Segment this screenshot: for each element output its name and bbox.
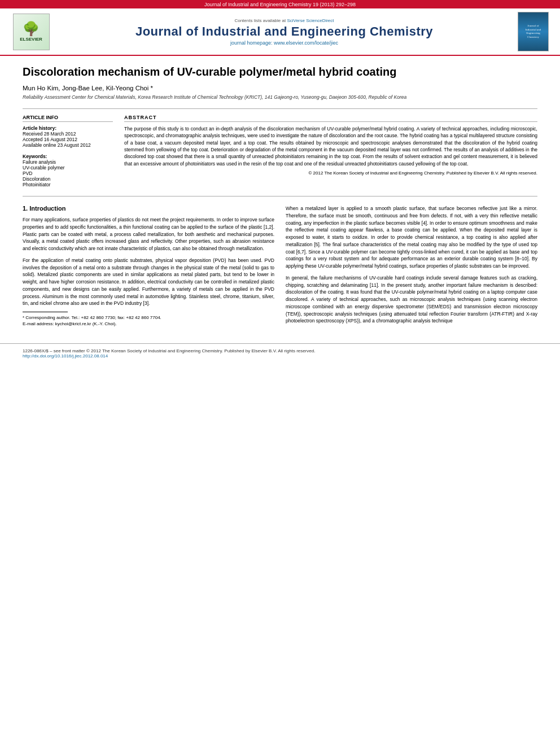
body-text-columns: 1. Introduction For many applications, s… xyxy=(23,205,537,329)
footer-doi[interactable]: http://dx.doi.org/10.1016/j.jiec.2012.08… xyxy=(23,353,537,359)
body-para-1: For many applications, surface propertie… xyxy=(23,216,274,252)
footnote-line-2: E-mail address: kychoi@krict.re.kr (K.-Y… xyxy=(23,321,274,327)
journal-cover-image: Journal ofIndustrial andEngineeringChemi… xyxy=(518,12,549,51)
journal-citation-bar: Journal of Industrial and Engineering Ch… xyxy=(0,0,560,8)
abstract-section: ABSTRACT The purpose of this study is to… xyxy=(124,115,537,187)
keyword-1: Failure analysis xyxy=(23,159,113,165)
history-label: Article history: xyxy=(23,125,113,131)
page-footer: 1226-086X/$ – see front matter © 2012 Th… xyxy=(0,343,560,361)
right-column: When a metalized layer is applied to a s… xyxy=(286,205,537,329)
elsevier-logo: 🌳 ELSEVIER xyxy=(11,14,51,50)
keyword-3: PVD xyxy=(23,171,113,176)
affiliation-text: Reliability Assessment Center for Chemic… xyxy=(23,94,537,100)
keywords-label: Keywords: xyxy=(23,154,113,159)
received-value: Received 28 March 2012 xyxy=(23,131,113,137)
footnote-divider xyxy=(23,312,68,312)
journal-url-line: journal homepage: www.elsevier.com/locat… xyxy=(51,40,518,46)
available-value: Available online 23 August 2012 xyxy=(23,142,113,148)
journal-title: Journal of Industrial and Engineering Ch… xyxy=(51,24,518,39)
main-content: Discoloration mechanism of UV-curable po… xyxy=(0,56,560,340)
journal-url-value: www.elsevier.com/locate/jiec xyxy=(274,40,338,46)
section-1-heading: 1. Introduction xyxy=(23,205,274,212)
sciverse-line: Contents lists available at SciVerse Sci… xyxy=(51,18,518,23)
authors-line: Mun Ho Kim, Jong-Bae Lee, Kil-Yeong Choi… xyxy=(23,85,537,91)
citation-text: Journal of Industrial and Engineering Ch… xyxy=(204,2,356,7)
journal-header: 🌳 ELSEVIER Contents lists available at S… xyxy=(0,8,560,56)
footnote-line-1: * Corresponding author. Tel.: +82 42 860… xyxy=(23,314,274,321)
sciverse-link[interactable]: SciVerse ScienceDirect xyxy=(287,18,334,23)
keyword-5: Photoinitiator xyxy=(23,182,113,187)
keyword-2: UV-curable polymer xyxy=(23,165,113,171)
cover-text: Journal ofIndustrial andEngineeringChemi… xyxy=(526,24,541,39)
article-title: Discoloration mechanism of UV-curable po… xyxy=(23,64,537,79)
elsevier-brand-text: ELSEVIER xyxy=(20,37,42,42)
section-divider xyxy=(23,196,537,196)
authors-text: Mun Ho Kim, Jong-Bae Lee, Kil-Yeong Choi… xyxy=(23,85,153,91)
footer-issn: 1226-086X/$ – see front matter © 2012 Th… xyxy=(23,348,537,353)
copyright-line: © 2012 The Korean Society of Industrial … xyxy=(124,171,537,176)
article-info-title: ARTICLE INFO xyxy=(23,115,113,122)
left-column: 1. Introduction For many applications, s… xyxy=(23,205,274,329)
sciverse-prefix: Contents lists available at xyxy=(234,18,286,23)
article-info-abstract: ARTICLE INFO Article history: Received 2… xyxy=(23,108,537,187)
abstract-title: ABSTRACT xyxy=(124,115,537,122)
article-info-panel: ARTICLE INFO Article history: Received 2… xyxy=(23,115,113,187)
abstract-text: The purpose of this study is to conduct … xyxy=(124,125,537,167)
header-center: Contents lists available at SciVerse Sci… xyxy=(51,18,518,46)
keywords-section: Keywords: Failure analysis UV-curable po… xyxy=(23,154,113,187)
body-right-para-2: In general, the failure mechanisms of UV… xyxy=(286,274,537,325)
body-para-2: For the application of metal coating ont… xyxy=(23,257,274,307)
elsevier-tree-icon: 🌳 xyxy=(23,22,40,36)
accepted-value: Accepted 16 August 2012 xyxy=(23,137,113,142)
journal-url-label: journal homepage: xyxy=(230,40,273,46)
elsevier-logo-box: 🌳 ELSEVIER xyxy=(13,14,50,50)
keyword-4: Discoloration xyxy=(23,176,113,182)
body-right-para-1: When a metalized layer is applied to a s… xyxy=(286,205,537,270)
